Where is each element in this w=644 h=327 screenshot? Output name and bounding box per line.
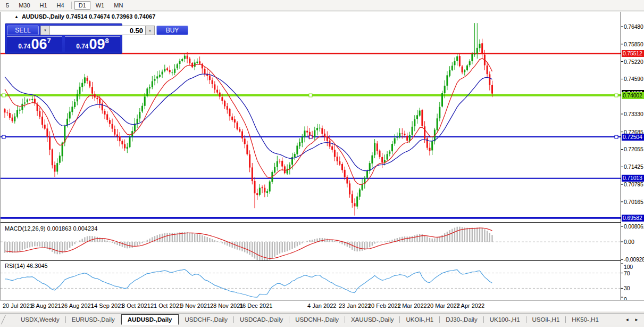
rsi-tick-label: 70 [624, 270, 630, 276]
price-tick-label: 0.75850 [624, 41, 643, 47]
line-handle[interactable] [2, 135, 5, 138]
line-handle[interactable] [615, 135, 618, 138]
volume-increase-button[interactable]: ▲ [145, 26, 155, 35]
symbol-tab-audusd-daily[interactable]: AUDUSD-,Daily [121, 314, 179, 325]
date-tick-label: 4 Jan 2022 [307, 303, 336, 309]
symbol-tab-dj30-daily[interactable]: DJ30-,Daily [440, 315, 483, 324]
chart-ohlc-values: 0.74514 0.74674 0.73963 0.74067 [66, 13, 155, 20]
line-price-badge: 0.72504 [622, 134, 644, 141]
symbol-tab-usdchf-daily[interactable]: USDCHF-,Daily [179, 315, 234, 324]
date-tick-label: 10 Feb 2022 [368, 303, 401, 309]
sell-price-big: 06 [31, 37, 47, 51]
symbol-tab-usdcnh-daily[interactable]: USDCNH-,Daily [289, 315, 345, 324]
tab-scroll-controls: ◄► [625, 317, 644, 322]
one-click-trading-panel: SELL ▼ ▲ BUY 0.74 06 7 0.74 09 8 [5, 23, 122, 54]
date-tick-label: 7 Apr 2022 [456, 303, 484, 309]
date-tick-label: 21 Oct 2021 [150, 303, 182, 309]
line-handle[interactable] [615, 94, 618, 97]
chart-canvas[interactable] [1, 12, 644, 300]
price-tick-label: 0.74590 [624, 76, 643, 82]
horizontal-lines [1, 53, 621, 218]
date-tick-label: 28 Nov 2021 [210, 303, 243, 309]
macd-indicator-label: MACD(12,26,9) 0.001863 0.004234 [5, 225, 97, 232]
tabbar-edge [1, 315, 6, 324]
volume-decrease-button[interactable]: ▼ [40, 26, 50, 35]
buy-price-pipette: 8 [105, 37, 109, 45]
timeframe-toolbar: 5M30H1H4D1W1MN [0, 0, 644, 11]
trade-panel-collapse-icon[interactable]: ▲ [14, 14, 19, 19]
date-tick-label: 20 Mar 2022 [427, 303, 460, 309]
macd-tick-label: -0.009286 [624, 256, 644, 263]
symbol-tab-eurusd-daily[interactable]: EURUSD-,Daily [66, 315, 121, 324]
date-tick-label: 3 Oct 2021 [122, 303, 150, 309]
line-handle[interactable] [309, 94, 312, 97]
line-price-badge: 0.74002 [622, 92, 644, 99]
symbol-tab-usoil-h1[interactable]: USOil-,H1 [526, 315, 566, 324]
timeframe-button-W1[interactable]: W1 [91, 1, 109, 10]
price-tick-label: 0.70165 [624, 199, 643, 205]
ma-slow-line [5, 74, 492, 170]
volume-input[interactable] [50, 26, 145, 35]
macd-tick-label: 0.00 [624, 239, 634, 245]
rsi-tick-label: 100 [624, 264, 633, 270]
sell-price-pipette: 7 [47, 37, 51, 45]
macd-tick-label: 0.008061 [624, 223, 644, 230]
sell-price-prefix: 0.74 [18, 43, 30, 50]
symbol-tab-usdx-weekly[interactable]: USDX,Weekly [15, 315, 65, 324]
rsi-line [5, 269, 492, 297]
symbol-tab-usdcad-daily[interactable]: USDCAD-,Daily [234, 315, 289, 324]
date-tick-label: 14 Sep 2021 [91, 303, 124, 309]
ma-fast-line [5, 59, 492, 184]
timeframe-button-H1[interactable]: H1 [36, 1, 52, 10]
price-tick-label: 0.70795 [624, 181, 643, 187]
date-tick-label: 26 Aug 2021 [61, 303, 94, 309]
line-price-badge: 0.69582 [622, 215, 644, 222]
chart-symbol: AUDUSD-,Daily [22, 13, 64, 20]
date-tick-label: 23 Jan 2022 [339, 303, 371, 309]
timeframe-button-MN[interactable]: MN [110, 1, 127, 10]
macd-signal-line [5, 228, 492, 258]
date-tick-label: 9 Nov 2021 [180, 303, 210, 309]
volume-stepper: ▼ ▲ [40, 26, 155, 35]
sell-button[interactable]: SELL [7, 26, 39, 35]
rsi-tick-label: 30 [624, 285, 630, 291]
date-tick-label: 1 Mar 2022 [397, 303, 427, 309]
timeframe-button-D1[interactable]: D1 [74, 1, 90, 10]
date-tick-label: 8 Aug 2021 [31, 303, 61, 309]
price-tick-label: 0.75220 [624, 59, 643, 65]
price-tick-label: 0.73330 [624, 111, 643, 117]
buy-price-prefix: 0.74 [76, 43, 88, 50]
symbol-tab-xauusd-daily[interactable]: XAUUSD-,Daily [345, 315, 400, 324]
line-price-badge: 0.71013 [622, 175, 644, 182]
tab-scroll-left-icon[interactable]: ◄ [625, 317, 629, 322]
buy-button[interactable]: BUY [156, 26, 188, 35]
price-tick-label: 0.76480 [624, 23, 643, 30]
date-tick-label: 16 Dec 2021 [239, 303, 272, 309]
timeframe-button-M30[interactable]: M30 [14, 1, 34, 10]
line-handle[interactable] [2, 94, 5, 97]
date-tick-label: 20 Jul 2021 [3, 303, 33, 309]
symbol-tab-uk100-h1[interactable]: UK100-,H1 [484, 315, 526, 324]
symbol-tab-hk50-h1[interactable]: HK50-,H1 [566, 315, 605, 324]
price-tick-label: 0.71425 [624, 164, 643, 170]
buy-price-display[interactable]: 0.74 09 8 [65, 36, 120, 52]
toolbar-separator [71, 2, 72, 9]
price-tick-label: 0.72055 [624, 146, 643, 152]
rsi-indicator-label: RSI(14) 46.3045 [5, 263, 48, 269]
line-price-badge: 0.75512 [622, 50, 644, 57]
buy-price-big: 09 [89, 37, 105, 51]
chart-window: ▲AUDUSD-,Daily 0.74514 0.74674 0.73963 0… [0, 12, 644, 300]
tab-scroll-right-icon[interactable]: ► [634, 317, 639, 322]
timeframe-button-5[interactable]: 5 [2, 1, 13, 10]
macd-histogram [4, 227, 493, 260]
timeframe-button-H4[interactable]: H4 [53, 1, 69, 10]
symbol-tab-ukoil-h1[interactable]: UKOil-,H1 [400, 315, 439, 324]
terminal-window: 5M30H1H4D1W1MN ▲AUDUSD-,Daily 0.74514 0.… [0, 0, 644, 327]
chart-symbol-title: ▲AUDUSD-,Daily 0.74514 0.74674 0.73963 0… [14, 13, 155, 20]
sell-price-display[interactable]: 0.74 06 7 [7, 36, 62, 52]
symbol-tab-bar: USDX,WeeklyEURUSD-,DailyAUDUSD-,DailyUSD… [0, 313, 644, 325]
date-axis: 20 Jul 20218 Aug 202126 Aug 202114 Sep 2… [0, 300, 644, 311]
